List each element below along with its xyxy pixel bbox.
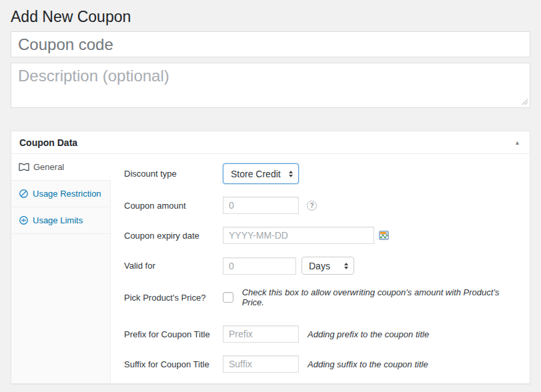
add-coupon-page: Add New Coupon Coupon Data ▲ — [0, 0, 541, 384]
valid-for-unit-value: Days — [309, 261, 330, 271]
tab-label: Usage Restriction — [33, 187, 101, 200]
datepicker-button[interactable] — [379, 231, 389, 240]
pick-price-label: Pick Product's Price? — [124, 293, 223, 303]
metabox-header: Coupon Data ▲ — [11, 131, 530, 154]
valid-for-row: Valid for Days — [124, 257, 516, 275]
tab-usage-limits[interactable]: Usage Limits — [11, 207, 110, 234]
suffix-input[interactable] — [223, 355, 299, 373]
help-tip-icon[interactable]: ? — [307, 201, 317, 211]
tab-general[interactable]: General — [11, 154, 111, 181]
tab-label: Usage Limits — [33, 214, 83, 227]
general-panel: Discount type Store Credit Coupon amount… — [111, 154, 530, 383]
prefix-description: Adding prefix to the coupon title — [308, 329, 429, 339]
metabox-title: Coupon Data — [11, 131, 85, 154]
metabox-body: General Usage Restriction — [11, 154, 530, 383]
ticket-icon — [19, 163, 29, 171]
suffix-label: Suffix for Coupon Title — [124, 359, 223, 369]
prefix-input[interactable] — [223, 325, 299, 343]
limits-icon — [19, 215, 29, 225]
discount-type-row: Discount type Store Credit — [124, 163, 516, 184]
coupon-amount-label: Coupon amount — [124, 201, 223, 211]
expiry-date-label: Coupon expiry date — [124, 231, 223, 241]
suffix-row: Suffix for Coupon Title Adding suffix to… — [124, 355, 516, 373]
valid-for-unit-select[interactable]: Days — [302, 257, 354, 275]
no-entry-icon — [19, 189, 29, 199]
coupon-code-input[interactable] — [11, 31, 530, 57]
expiry-date-input[interactable] — [223, 227, 374, 244]
pick-price-row: Pick Product's Price? Check this box to … — [124, 287, 516, 307]
coupon-amount-row: Coupon amount ? — [124, 197, 516, 214]
pick-price-description: Check this box to allow overwriting coup… — [242, 287, 516, 307]
prefix-row: Prefix for Coupon Title Adding prefix to… — [124, 325, 516, 343]
tab-usage-restriction[interactable]: Usage Restriction — [11, 181, 110, 207]
discount-type-label: Discount type — [124, 169, 223, 179]
discount-type-select[interactable]: Store Credit — [223, 163, 299, 184]
valid-for-input[interactable] — [223, 257, 296, 275]
coupon-data-tabs: General Usage Restriction — [11, 154, 111, 383]
select-arrows-icon — [344, 263, 348, 269]
discount-type-value: Store Credit — [231, 169, 281, 179]
suffix-description: Adding suffix to the coupon title — [308, 359, 428, 369]
prefix-label: Prefix for Coupon Title — [124, 329, 223, 339]
select-arrows-icon — [289, 171, 293, 177]
tab-label: General — [33, 161, 64, 173]
page-title: Add New Coupon — [11, 0, 530, 30]
collapse-toggle-icon[interactable]: ▲ — [505, 131, 530, 154]
coupon-data-metabox: Coupon Data ▲ General — [11, 131, 530, 384]
description-wrap — [11, 63, 530, 108]
resize-handle-icon[interactable] — [522, 99, 528, 105]
calendar-icon — [379, 232, 389, 242]
description-textarea[interactable] — [11, 63, 530, 108]
expiry-date-row: Coupon expiry date — [124, 227, 516, 244]
coupon-amount-input[interactable] — [223, 197, 299, 214]
pick-price-checkbox[interactable] — [223, 292, 233, 303]
valid-for-label: Valid for — [124, 261, 223, 271]
